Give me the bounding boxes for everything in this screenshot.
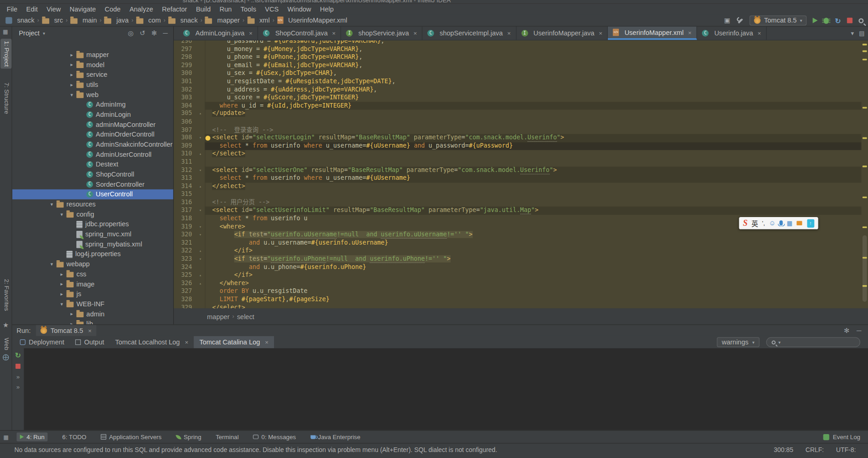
code-line-328[interactable]: 328 LIMIT #{pageStart},#{pageSize} [174, 296, 861, 304]
tree-item-js[interactable]: ▸js [12, 289, 173, 299]
split-editor-icon[interactable]: ▤ [859, 29, 865, 37]
code-line-325[interactable]: 325▴ </if> [174, 271, 861, 280]
close-icon[interactable]: × [88, 327, 92, 334]
log-level-combo[interactable]: warnings ▾ [717, 337, 760, 347]
code-line-311[interactable]: 311 [174, 158, 861, 166]
tab-shopServiceImpl.java[interactable]: CshopServiceImpl.java× [423, 27, 516, 40]
tree-item-image[interactable]: ▸image [12, 279, 173, 289]
tab-UserinfoMapper.xml[interactable]: </>UserinfoMapper.xml× [608, 27, 697, 40]
chevron-down-icon[interactable]: ▾ [43, 31, 45, 36]
expand-icon[interactable]: » [16, 384, 19, 390]
rerun-server-icon[interactable]: ↻ [15, 352, 21, 359]
settings-gear-icon[interactable]: ✻ [844, 326, 850, 334]
update-application-button[interactable]: ↻ [835, 17, 841, 24]
log-search-field[interactable]: ▾ [766, 337, 860, 347]
sogou-logo[interactable]: S [743, 218, 748, 228]
menu-refactor[interactable]: Refactor [158, 4, 192, 14]
run-tab-tomcat[interactable]: Tomcat 8.5 × [36, 325, 96, 336]
tree-item-adminMapController[interactable]: CadminMapController [12, 120, 173, 130]
tab-list-icon[interactable]: ▾ [851, 29, 854, 37]
tab-ShopControll.java[interactable]: CShopControll.java× [258, 27, 341, 40]
editor-scrollbar[interactable] [862, 235, 867, 302]
code-line-300[interactable]: 300 u_sex = #{uSex,jdbcType=CHAR}, [174, 69, 861, 78]
menu-run[interactable]: Run [215, 4, 236, 14]
tab-Userinfo.java[interactable]: CUserinfo.java× [697, 27, 766, 40]
search-everywhere-icon[interactable] [859, 18, 864, 23]
toolbox-icon[interactable] [796, 221, 802, 225]
scroll-from-source-icon[interactable]: ↺ [140, 29, 145, 37]
tree-item-webapp[interactable]: ▾webapp [12, 259, 173, 269]
menu-tools[interactable]: Tools [236, 4, 261, 14]
code-line-315[interactable]: 315 [174, 191, 861, 199]
code-line-306[interactable]: 306 [174, 118, 861, 126]
tree-item-admin[interactable]: ▸admin [12, 309, 173, 319]
error-stripe-mark[interactable] [862, 196, 867, 198]
tree-item-service[interactable]: ▸service [12, 70, 173, 80]
expand-icon[interactable]: » [16, 374, 19, 379]
stripe-structure-button[interactable]: 7: Structure [0, 80, 11, 116]
menu-view[interactable]: View [42, 4, 65, 14]
tree-item-lib[interactable]: ▸lib [12, 319, 173, 325]
code-line-320[interactable]: 320▾ <if test="userinfo.uUsername!=null … [174, 231, 861, 239]
tree-item-spring_mybatis.xml[interactable]: spring_mybatis.xml [12, 239, 173, 249]
tab-AdminLogin.java[interactable]: CAdminLogin.java× [178, 27, 258, 40]
menu-build[interactable]: Build [192, 4, 215, 14]
crumb-main[interactable]: main [70, 17, 97, 24]
code-line-326[interactable]: 326▴ </where> [174, 280, 861, 288]
run-tab-Tomcat Catalina Log[interactable]: Tomcat Catalina Log× [194, 336, 274, 348]
crumb-com[interactable]: com [136, 17, 161, 24]
crumb-java[interactable]: java [104, 17, 129, 24]
menu-edit[interactable]: Edit [22, 4, 42, 14]
hide-windows-icon[interactable]: ▣ [724, 17, 731, 23]
stripe-web-button[interactable]: Web [0, 336, 11, 353]
code-line-308[interactable]: 308▾ <select id="selectUserLogin" result… [174, 134, 861, 143]
error-stripe-mark[interactable] [862, 44, 867, 46]
code-line-298[interactable]: 298 u_phone = #{uPhone,jdbcType=VARCHAR}… [174, 53, 861, 62]
code-line-304[interactable]: 304 where u_id = #{uId,jdbcType=INTEGER} [174, 102, 861, 110]
close-icon[interactable]: × [332, 30, 336, 36]
run-tab-Output[interactable]: Output [70, 336, 110, 348]
tree-item-ShopControll[interactable]: CShopControll [12, 169, 173, 179]
status-widget-CRLF:[interactable]: CRLF: [805, 447, 824, 453]
stop-button[interactable] [847, 18, 852, 23]
run-tab-Tomcat Localhost Log[interactable]: Tomcat Localhost Log× [109, 336, 194, 348]
run-button[interactable] [813, 18, 818, 23]
editor-area[interactable]: 296 u_password = #{uPassword,jdbcType=VA… [174, 40, 868, 309]
error-stripe-mark[interactable] [862, 51, 867, 52]
status-widget-UTF-8:[interactable]: UTF-8: [836, 447, 856, 453]
run-tab-Deployment[interactable]: Deployment [14, 336, 69, 348]
code-line-305[interactable]: 305▴ </update> [174, 110, 861, 118]
toolwindow-Application Servers[interactable]: Application Servers [101, 434, 161, 440]
code-line-301[interactable]: 301 u_resgistDate = #{uResgistdate,jdbcT… [174, 78, 861, 86]
menu-vcs[interactable]: VCS [261, 4, 283, 14]
close-icon[interactable]: × [185, 339, 188, 345]
wrench-icon[interactable] [737, 17, 744, 24]
project-panel-title[interactable]: Project [19, 29, 40, 37]
code-line-327[interactable]: 327 order BY u.u_resgistDate [174, 287, 861, 296]
debug-button[interactable] [824, 17, 829, 23]
tree-item-config[interactable]: ▾config [12, 209, 173, 219]
tree-item-spring_mvc.xml[interactable]: spring_mvc.xml [12, 229, 173, 239]
tree-item-AdminOrderControll[interactable]: CAdminOrderControll [12, 130, 173, 140]
run-config-combo[interactable]: Tomcat 8.5 ▾ [750, 16, 807, 26]
tree-item-log4j.properties[interactable]: log4j.properties [12, 249, 173, 259]
code-line-309[interactable]: 309 select * from userinfo where u_usern… [174, 142, 861, 150]
code-line-307[interactable]: 307 <!-- 登录查询 --> [174, 126, 861, 134]
close-icon[interactable]: × [249, 30, 253, 36]
tree-item-AdminLogin[interactable]: CAdminLogin [12, 109, 173, 120]
tree-item-utils[interactable]: ▸utils [12, 80, 173, 90]
error-stripe-mark[interactable] [862, 226, 867, 228]
close-icon[interactable]: × [599, 30, 603, 36]
code-line-312[interactable]: 312▾ <select id="selectUserOne" resultMa… [174, 166, 861, 175]
ime-punctuation-icon[interactable]: ’, [762, 220, 765, 226]
locate-file-icon[interactable]: ◎ [128, 29, 134, 37]
code-line-297[interactable]: 297 u_money = #{uMoney,jdbcType=VARCHAR}… [174, 45, 861, 53]
toolwindow-4: Run[interactable]: 4: Run [17, 432, 48, 441]
run-console-output[interactable] [24, 348, 868, 430]
code-line-310[interactable]: 310▴ </select> [174, 150, 861, 159]
code-line-302[interactable]: 302 u_address = #{uAddress,jdbcType=VARC… [174, 86, 861, 94]
favorites-star-icon[interactable]: ★ [3, 321, 9, 329]
crumb-mapper[interactable]: mapper [205, 17, 240, 24]
tab-UserinfoMapper.java[interactable]: IUserinfoMapper.java× [516, 27, 608, 40]
code-line-316[interactable]: 316 <!-- 用户分页 --> [174, 199, 861, 207]
